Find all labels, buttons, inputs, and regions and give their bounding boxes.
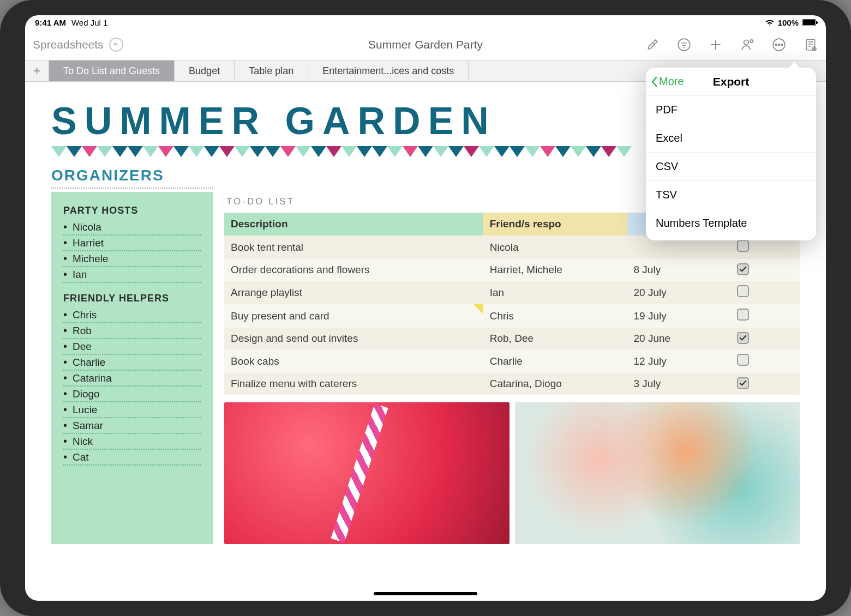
checkbox[interactable] — [737, 354, 749, 366]
party-hosts-heading: PARTY HOSTS — [63, 205, 201, 216]
todo-row[interactable]: Book cabsCharlie12 July — [224, 349, 800, 373]
todo-row[interactable]: Order decorations and flowersHarriet, Mi… — [224, 259, 800, 281]
checkbox[interactable] — [737, 285, 749, 297]
friendly-helpers-heading: FRIENDLY HELPERS — [63, 293, 201, 304]
cell-done[interactable] — [730, 349, 800, 373]
tab-entertainment[interactable]: Entertainment...ices and costs — [308, 61, 469, 81]
cell-friends[interactable]: Nicola — [483, 235, 627, 259]
helper-item: Cat — [63, 450, 201, 466]
app-toolbar: Spreadsheets Summer Garden Party — [25, 29, 826, 60]
add-button[interactable] — [708, 37, 723, 52]
wifi-icon — [765, 19, 775, 26]
host-item: Harriet — [63, 235, 201, 251]
cell-description[interactable]: Book tent rental — [224, 235, 483, 259]
export-option-numbers-template[interactable]: Numbers Template — [646, 209, 816, 237]
export-option-pdf[interactable]: PDF — [646, 96, 816, 124]
svg-point-6 — [781, 44, 783, 46]
col-description[interactable]: Description — [224, 213, 483, 235]
svg-point-5 — [778, 44, 780, 46]
helper-item: Charlie — [63, 355, 201, 371]
cell-friends[interactable]: Rob, Dee — [483, 328, 627, 349]
document-title[interactable]: Summer Garden Party — [368, 38, 483, 51]
more-button[interactable] — [771, 37, 787, 52]
checkbox[interactable] — [737, 309, 749, 321]
host-item: Michele — [63, 251, 201, 267]
cell-date[interactable]: 3 July — [627, 373, 731, 395]
checkbox[interactable] — [737, 332, 749, 344]
cell-done[interactable] — [730, 259, 800, 281]
host-item: Ian — [63, 267, 201, 283]
tab-budget[interactable]: Budget — [175, 61, 235, 81]
cell-done[interactable] — [730, 281, 800, 304]
cell-date[interactable]: 19 July — [627, 304, 731, 328]
battery-icon — [802, 19, 816, 26]
cell-description[interactable]: Arrange playlist — [224, 281, 483, 304]
divider — [51, 188, 213, 189]
export-option-tsv[interactable]: TSV — [646, 181, 816, 209]
cell-friends[interactable]: Chris — [483, 304, 627, 328]
cell-description[interactable]: Order decorations and flowers — [224, 259, 483, 281]
cell-done[interactable] — [730, 328, 800, 349]
drink-photo — [224, 402, 510, 544]
cell-date[interactable]: 12 July — [627, 349, 731, 373]
helper-item: Diogo — [63, 386, 201, 402]
tab-to-do-list[interactable]: To Do List and Guests — [49, 61, 175, 81]
todo-row[interactable]: Design and send out invitesRob, Dee20 Ju… — [224, 328, 800, 349]
screen: 9:41 AM Wed Jul 1 100% Spreadsheets Summ… — [25, 15, 826, 601]
helper-item: Chris — [63, 307, 201, 323]
export-option-csv[interactable]: CSV — [646, 153, 816, 181]
svg-point-4 — [775, 44, 777, 46]
todo-row[interactable]: Buy present and cardChris19 July — [224, 304, 800, 328]
new-sheet-icon[interactable] — [803, 37, 818, 52]
add-sheet-button[interactable]: + — [25, 61, 49, 81]
svg-point-1 — [744, 40, 749, 45]
helper-item: Catarina — [63, 371, 201, 386]
svg-point-0 — [678, 39, 690, 51]
popover-title: Export — [713, 75, 750, 88]
balloons-photo — [515, 402, 800, 544]
collaborate-icon[interactable] — [740, 37, 755, 52]
popover-back-label: More — [659, 75, 684, 88]
helper-item: Samar — [63, 418, 201, 434]
helper-item: Lucie — [63, 402, 201, 418]
friendly-helpers-list: ChrisRobDeeCharlieCatarinaDiogoLucieSama… — [63, 307, 201, 466]
cell-description[interactable]: Finalize menu with caterers — [224, 373, 483, 395]
todo-row[interactable]: Arrange playlistIan20 July — [224, 281, 800, 304]
helper-item: Rob — [63, 323, 201, 339]
checkbox[interactable] — [737, 240, 749, 252]
back-to-spreadsheets[interactable]: Spreadsheets — [33, 38, 104, 51]
host-item: Nicola — [63, 220, 201, 235]
tab-table-plan[interactable]: Table plan — [235, 61, 308, 81]
cell-friends[interactable]: Charlie — [483, 349, 627, 373]
svg-point-2 — [750, 40, 753, 43]
col-friends-responsible[interactable]: Friend/s respo — [483, 213, 627, 235]
cell-description[interactable]: Book cabs — [224, 349, 483, 373]
cell-description[interactable]: Buy present and card — [224, 304, 483, 328]
status-bar: 9:41 AM Wed Jul 1 100% — [25, 15, 826, 29]
popover-back-button[interactable]: More — [646, 75, 684, 88]
filter-icon[interactable] — [676, 37, 692, 52]
image-row — [224, 402, 800, 544]
cell-friends[interactable]: Catarina, Diogo — [483, 373, 627, 395]
todo-row[interactable]: Finalize menu with caterersCatarina, Dio… — [224, 373, 800, 395]
cell-done[interactable] — [730, 304, 800, 328]
undo-button[interactable] — [109, 38, 123, 52]
party-hosts-list: NicolaHarrietMicheleIan — [63, 220, 201, 283]
checkbox[interactable] — [737, 377, 749, 389]
format-brush-icon[interactable] — [645, 37, 660, 52]
helper-item: Nick — [63, 434, 201, 450]
cell-date[interactable]: 8 July — [627, 259, 731, 281]
status-time: 9:41 AM — [35, 18, 66, 27]
checkbox[interactable] — [737, 263, 749, 275]
organizers-box: PARTY HOSTS NicolaHarrietMicheleIan FRIE… — [51, 192, 213, 544]
cell-description[interactable]: Design and send out invites — [224, 328, 483, 349]
cell-done[interactable] — [730, 373, 800, 395]
cell-friends[interactable]: Ian — [483, 281, 627, 304]
export-option-excel[interactable]: Excel — [646, 124, 816, 153]
cell-friends[interactable]: Harriet, Michele — [483, 259, 627, 281]
cell-date[interactable]: 20 July — [627, 281, 731, 304]
export-popover: More Export PDFExcelCSVTSVNumbers Templa… — [646, 68, 816, 240]
ipad-frame: 9:41 AM Wed Jul 1 100% Spreadsheets Summ… — [0, 0, 851, 616]
home-indicator[interactable] — [374, 592, 477, 595]
cell-date[interactable]: 20 June — [627, 328, 731, 349]
